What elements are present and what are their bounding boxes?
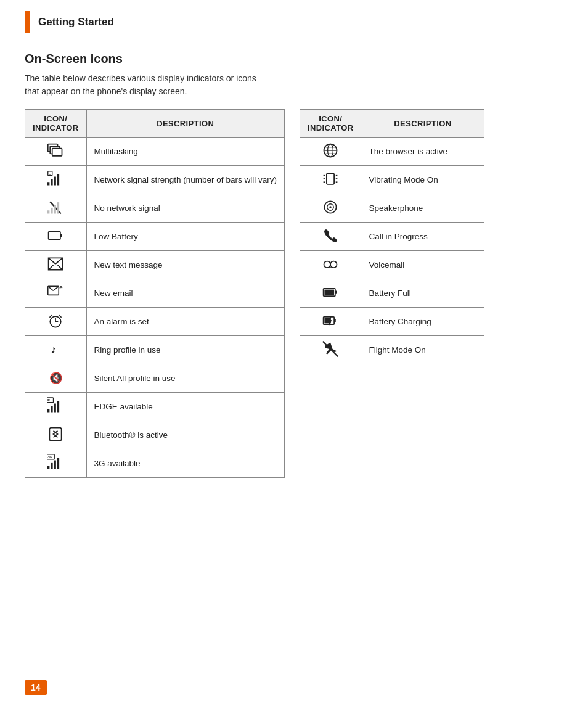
description-cell: The browser is active [361, 138, 484, 166]
svg-rect-40 [51, 463, 53, 469]
svg-rect-34 [54, 404, 57, 413]
header: Getting Started [0, 0, 588, 39]
svg-rect-32 [47, 409, 50, 412]
description-cell: Network signal strength (number of bars … [86, 166, 284, 194]
header-title: Getting Started [38, 16, 114, 28]
voicemail-icon [300, 251, 361, 279]
description-cell: Battery Charging [361, 308, 484, 336]
edge-icon: E [25, 393, 87, 421]
svg-text:🔇: 🔇 [49, 371, 63, 385]
svg-rect-64 [325, 290, 335, 295]
svg-rect-10 [47, 210, 50, 213]
svg-line-29 [59, 315, 62, 318]
vibrate-icon [300, 166, 361, 194]
svg-rect-11 [51, 208, 53, 214]
description-cell: EDGE available [86, 393, 284, 421]
svg-text:e: e [59, 284, 63, 290]
svg-rect-12 [54, 205, 57, 214]
table-row: Speakerphone [300, 194, 484, 223]
table-row: 3G3G available [25, 449, 285, 478]
description-cell: Voicemail [361, 251, 484, 279]
description-cell: New email [86, 279, 284, 308]
svg-rect-15 [60, 234, 62, 237]
content-area: On-Screen Icons The table below describe… [0, 39, 588, 503]
description-cell: Bluetooth® is active [86, 421, 284, 449]
description-cell: 3G available [86, 449, 284, 478]
svg-rect-39 [47, 466, 50, 469]
description-cell: No network signal [86, 194, 284, 223]
left-col1-header: ICON/INDICATOR [25, 110, 87, 138]
bluetooth-icon [25, 421, 87, 449]
svg-text:E: E [49, 171, 51, 176]
silent-icon: 🔇 [25, 364, 87, 393]
svg-rect-33 [51, 406, 53, 413]
browser-icon [300, 138, 361, 166]
svg-line-20 [58, 265, 63, 270]
tables-row: ICON/INDICATOR DESCRIPTION MultitaskingE… [25, 109, 563, 478]
low-battery-icon [25, 223, 87, 251]
call-icon [300, 223, 361, 251]
table-row: The browser is active [300, 138, 484, 166]
description-cell: Ring profile in use [86, 336, 284, 364]
svg-rect-35 [57, 401, 60, 412]
right-col1-header: ICON/INDICATOR [300, 110, 361, 138]
section-title: On-Screen Icons [25, 52, 563, 66]
description-cell: An alarm is set [86, 308, 284, 336]
right-table: ICON/INDICATOR DESCRIPTION The browser i… [300, 109, 485, 364]
description-cell: Speakerphone [361, 194, 484, 223]
multitasking-icon [25, 138, 87, 166]
svg-line-23 [48, 286, 54, 290]
svg-rect-6 [57, 174, 60, 185]
battery-full-icon [300, 279, 361, 308]
table-row: eNew email [25, 279, 285, 308]
table-row: EEDGE available [25, 393, 285, 421]
flight-mode-icon [300, 336, 361, 364]
table-row: Multitasking [25, 138, 285, 166]
table-row: Vibrating Mode On [300, 166, 484, 194]
new-email-icon: e [25, 279, 87, 308]
svg-line-24 [54, 286, 59, 290]
3g-icon: 3G [25, 449, 87, 478]
description-cell: Call in Progress [361, 223, 484, 251]
speakerphone-icon [300, 194, 361, 223]
no-signal-icon [25, 194, 87, 223]
svg-rect-14 [49, 232, 60, 239]
table-row: Battery Charging [300, 308, 484, 336]
left-col2-header: DESCRIPTION [86, 110, 284, 138]
svg-line-19 [49, 265, 54, 270]
svg-text:3G: 3G [47, 454, 52, 459]
table-row: No network signal [25, 194, 285, 223]
svg-point-60 [324, 261, 331, 268]
page-number: 14 [25, 680, 47, 695]
alarm-icon [25, 308, 87, 336]
svg-rect-68 [334, 319, 336, 322]
svg-point-59 [329, 206, 332, 208]
table-row: Voicemail [300, 251, 484, 279]
signal-strength-icon: E [25, 166, 87, 194]
table-row: Call in Progress [300, 223, 484, 251]
description-cell: New text message [86, 251, 284, 279]
svg-rect-2 [52, 149, 62, 156]
table-row: ENetwork signal strength (number of bars… [25, 166, 285, 194]
table-row: Battery Full [300, 279, 484, 308]
svg-text:E: E [47, 398, 50, 402]
svg-rect-65 [335, 290, 337, 293]
table-row: Low Battery [25, 223, 285, 251]
svg-rect-41 [54, 461, 57, 469]
left-table: ICON/INDICATOR DESCRIPTION MultitaskingE… [25, 109, 285, 478]
new-text-icon [25, 251, 87, 279]
ring-profile-icon: ♪ [25, 336, 87, 364]
description-cell: Vibrating Mode On [361, 166, 484, 194]
right-col2-header: DESCRIPTION [361, 110, 484, 138]
svg-rect-3 [47, 182, 50, 185]
svg-text:♪: ♪ [51, 343, 57, 356]
svg-line-17 [49, 258, 55, 264]
svg-rect-13 [57, 202, 60, 213]
svg-rect-5 [54, 177, 57, 186]
section-description: The table below describes various displa… [25, 72, 271, 98]
table-row: 🔇Silent All profile in use [25, 364, 285, 393]
svg-line-18 [55, 258, 62, 264]
svg-rect-4 [51, 179, 53, 186]
description-cell: Silent All profile in use [86, 364, 284, 393]
svg-line-28 [50, 315, 52, 318]
